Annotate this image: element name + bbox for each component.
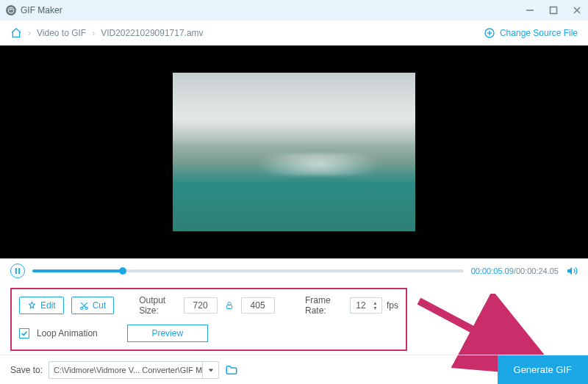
player-bar: 00:00:05.09/00:00:24.05: [0, 258, 588, 283]
time-display: 00:00:05.09/00:00:24.05: [471, 267, 559, 275]
settings-panel: Edit Cut Output Size: Frame Rate: ▲▼ fps…: [10, 288, 407, 351]
home-icon[interactable]: [10, 27, 22, 39]
titlebar: GIF Maker: [0, 0, 588, 21]
save-to-label: Save to:: [10, 365, 43, 375]
breadcrumb-separator: ›: [92, 28, 95, 38]
breadcrumb-level1[interactable]: Video to GIF: [37, 28, 86, 38]
video-preview[interactable]: [173, 73, 415, 231]
edit-button[interactable]: Edit: [19, 297, 64, 314]
open-folder-button[interactable]: [225, 363, 238, 377]
save-path-display[interactable]: C:\Vidmore\Vidmore V... Converter\GIF Ma…: [49, 361, 203, 379]
current-time: 00:00:05.09: [471, 267, 514, 275]
preview-button[interactable]: Preview: [127, 325, 208, 342]
svg-marker-18: [208, 369, 212, 372]
lock-icon[interactable]: [225, 301, 234, 310]
rate-up-icon[interactable]: ▲: [373, 300, 380, 305]
frame-rate-stepper[interactable]: ▲▼: [350, 297, 382, 314]
volume-icon[interactable]: [566, 265, 578, 277]
footer: Save to: C:\Vidmore\Vidmore V... Convert…: [0, 355, 588, 384]
minimize-button[interactable]: [525, 5, 535, 15]
close-button[interactable]: [572, 5, 582, 15]
svg-rect-9: [18, 268, 20, 274]
change-source-button[interactable]: Change Source File: [484, 27, 578, 39]
window-controls: [525, 5, 582, 15]
video-area: [0, 46, 588, 258]
output-height-input[interactable]: [241, 297, 275, 314]
generate-gif-label: Generate GIF: [514, 364, 572, 375]
total-time: 00:00:24.05: [516, 267, 559, 275]
seek-slider[interactable]: [32, 269, 464, 272]
edit-label: Edit: [40, 300, 56, 311]
app-icon: [6, 5, 16, 15]
svg-rect-15: [226, 305, 232, 309]
pause-button[interactable]: [10, 264, 25, 278]
frame-rate-label: Frame Rate:: [305, 295, 343, 316]
preview-label: Preview: [151, 328, 183, 338]
rate-down-icon[interactable]: ▼: [373, 305, 380, 311]
svg-rect-2: [551, 7, 557, 14]
cut-button[interactable]: Cut: [71, 297, 115, 314]
svg-rect-8: [15, 268, 17, 274]
fps-label: fps: [387, 300, 398, 311]
cut-label: Cut: [93, 300, 107, 311]
loop-animation-label: Loop Animation: [37, 328, 98, 338]
output-width-input[interactable]: [184, 297, 218, 314]
breadcrumb-separator: ›: [28, 28, 31, 38]
app-title: GIF Maker: [21, 5, 62, 15]
change-source-label: Change Source File: [500, 28, 578, 38]
generate-gif-button[interactable]: Generate GIF: [498, 355, 588, 385]
breadcrumb-level2: VID20221029091717.amv: [101, 28, 203, 38]
svg-point-0: [8, 7, 14, 13]
output-size-label: Output Size:: [139, 295, 176, 316]
maximize-button[interactable]: [548, 5, 559, 15]
frame-rate-input[interactable]: [351, 300, 371, 311]
loop-animation-checkbox[interactable]: [19, 328, 29, 338]
save-path-dropdown[interactable]: [203, 361, 219, 379]
svg-marker-10: [567, 267, 572, 275]
breadcrumb: › Video to GIF › VID20221029091717.amv C…: [0, 21, 588, 46]
